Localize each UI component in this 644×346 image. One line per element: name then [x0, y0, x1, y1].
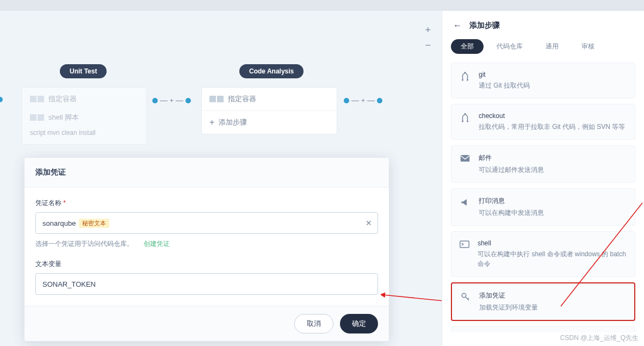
step-container[interactable]: 指定容器: [451, 326, 635, 332]
step-desc: 通过 Git 拉取代码: [479, 81, 530, 90]
clear-icon[interactable]: ✕: [366, 219, 372, 227]
step-print[interactable]: 打印消息可以在构建中发送消息: [451, 188, 635, 226]
credential-type-tag: 秘密文本: [79, 219, 109, 228]
add-credential-modal: 添加凭证 凭证名称 * sonarqube 秘密文本 ✕ 选择一个凭证用于访问代…: [24, 158, 389, 341]
svg-point-3: [465, 72, 466, 73]
steps-sidebar: ← 添加步骤 全部 代码仓库 通用 审核 git通过 Git 拉取代码 chec…: [442, 11, 644, 346]
stage-script-text: script mvn clean install: [22, 129, 146, 144]
credential-value: sonarqube: [42, 219, 76, 227]
stage-row-container-2: 指定容器: [202, 88, 337, 110]
credential-hint: 选择一个凭证用于访问代码仓库。 创建凭证: [35, 239, 378, 249]
add-stage-button-2[interactable]: +: [361, 97, 365, 104]
tab-general[interactable]: 通用: [536, 39, 568, 54]
sidebar-title: 添加步骤: [469, 21, 500, 30]
container-icon: [30, 96, 44, 102]
stage-label-unit-test[interactable]: Unit Test: [60, 64, 107, 78]
git-icon: [459, 71, 471, 90]
step-mail[interactable]: 邮件可以通过邮件发送消息: [451, 145, 635, 183]
add-step-label: 添加步骤: [219, 118, 247, 127]
back-icon[interactable]: ←: [453, 21, 462, 30]
pipeline-canvas: + − Unit Test 指定容器 shell 脚本 script mvn c…: [0, 11, 442, 346]
modal-title: 添加凭证: [24, 158, 389, 188]
step-list: git通过 Git 拉取代码 checkout拉取代码，常用于拉取非 Git 代…: [442, 63, 644, 332]
ok-button[interactable]: 确定: [340, 314, 378, 333]
key-icon: [460, 291, 472, 312]
svg-point-1: [462, 79, 463, 81]
container-label: 指定容器: [48, 94, 77, 104]
step-desc: 拉取代码，常用于拉取非 Git 代码，例如 SVN 等等: [479, 122, 625, 132]
zoom-out-button[interactable]: −: [425, 40, 431, 55]
svg-rect-8: [460, 241, 469, 248]
step-title: shell: [478, 239, 627, 247]
stage-card-code-analysis[interactable]: 指定容器 + 添加步骤: [201, 87, 337, 134]
stage-card-unit-test[interactable]: 指定容器 shell 脚本 script mvn clean install: [22, 87, 147, 145]
zoom-controls: + −: [425, 24, 431, 55]
megaphone-icon: [459, 196, 471, 218]
connector-mid: +: [152, 97, 191, 104]
tab-all[interactable]: 全部: [451, 39, 484, 54]
connector-left: [0, 97, 3, 102]
step-title: 添加凭证: [479, 291, 538, 300]
step-checkout[interactable]: checkout拉取代码，常用于拉取非 Git 代码，例如 SVN 等等: [451, 104, 635, 140]
create-credential-link[interactable]: 创建凭证: [144, 240, 170, 248]
svg-point-2: [467, 79, 468, 81]
svg-point-5: [467, 121, 468, 122]
svg-point-9: [462, 293, 466, 298]
stage-label-code-analysis[interactable]: Code Analysis: [239, 64, 304, 78]
step-add-credential[interactable]: 添加凭证加载凭证到环境变量: [451, 282, 635, 321]
step-desc: 可以在构建中发送消息: [479, 208, 544, 218]
topbar: [0, 0, 644, 11]
step-git[interactable]: git通过 Git 拉取代码: [451, 63, 635, 98]
sidebar-tabs: 全部 代码仓库 通用 审核: [442, 39, 644, 63]
text-variable-value: SONAR_TOKEN: [42, 280, 96, 288]
credential-select[interactable]: sonarqube 秘密文本 ✕: [35, 212, 378, 234]
step-desc: 可以通过邮件发送消息: [479, 165, 544, 175]
svg-point-6: [465, 113, 466, 115]
plus-icon: +: [209, 118, 214, 127]
add-stage-button[interactable]: +: [170, 97, 174, 104]
container-label: 指定容器: [228, 94, 256, 104]
svg-line-0: [383, 295, 449, 301]
annotation-arrow-1: [381, 291, 451, 307]
mail-icon: [459, 153, 471, 175]
connector-right: +: [344, 97, 382, 104]
stage-row-shell: shell 脚本: [22, 110, 146, 129]
stage-row-container: 指定容器: [22, 88, 146, 110]
add-step-row[interactable]: + 添加步骤: [202, 110, 337, 134]
container-icon: [209, 96, 224, 102]
step-shell[interactable]: shell可以在构建中执行 shell 命令或者 windows 的 batch…: [451, 231, 635, 277]
tab-repo[interactable]: 代码仓库: [487, 39, 532, 54]
shell-icon: [30, 114, 44, 121]
cancel-button[interactable]: 取消: [294, 314, 333, 333]
checkout-icon: [459, 112, 471, 132]
zoom-in-button[interactable]: +: [425, 24, 431, 40]
step-desc: 可以在构建中执行 shell 命令或者 windows 的 batch 命令: [478, 249, 627, 269]
svg-rect-7: [461, 155, 470, 162]
text-variable-label: 文本变量: [35, 260, 378, 269]
shell-icon: [459, 239, 470, 269]
step-title: checkout: [479, 112, 625, 120]
credential-name-label: 凭证名称 *: [35, 199, 378, 208]
step-title: 邮件: [479, 153, 544, 163]
text-variable-input[interactable]: SONAR_TOKEN: [35, 273, 378, 295]
tab-review[interactable]: 审核: [572, 39, 604, 54]
step-title: git: [479, 71, 530, 78]
step-title: 打印消息: [479, 196, 544, 206]
svg-point-4: [462, 121, 463, 122]
step-desc: 加载凭证到环境变量: [479, 302, 538, 312]
shell-label: shell 脚本: [48, 113, 79, 122]
